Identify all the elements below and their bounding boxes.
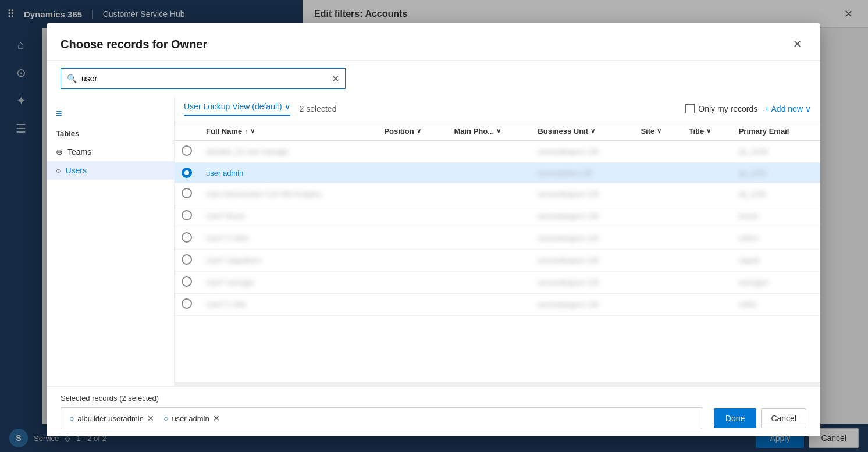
table-row[interactable]: User Administrator C1A 365 Analyticsserv… [175, 183, 820, 205]
right-panel: User Lookup View (default) ∨ 2 selected … [175, 96, 820, 386]
row-bu-cell: servicedeapom 135 [531, 272, 634, 294]
row-radio-button[interactable] [182, 188, 192, 198]
sidebar-item-users[interactable]: ○ Users [47, 161, 174, 180]
row-bu-cell: servicedeapom 135 [531, 205, 634, 227]
table-row[interactable]: UserT Burnsservicedeapom 135burnst [175, 205, 820, 227]
selected-chips-row: ○ aibuilder useradmin ✕ ○ user admin ✕ D… [61, 407, 806, 429]
row-radio-button[interactable] [182, 232, 192, 243]
modal-close-button[interactable]: ✕ [788, 35, 806, 54]
th-select [175, 122, 199, 141]
view-chevron-icon: ∨ [284, 102, 290, 111]
row-phone-cell [447, 227, 531, 250]
title-chevron-icon: ∨ [706, 127, 711, 135]
cancel-button[interactable]: Cancel [761, 408, 806, 428]
search-bar: 🔍 ✕ [47, 61, 820, 96]
row-select-cell[interactable] [175, 163, 199, 183]
view-label: User Lookup View (default) [184, 102, 282, 111]
left-panel-menu-icon[interactable]: ≡ [47, 103, 174, 124]
row-title-cell [682, 205, 732, 227]
row-title-cell [682, 183, 732, 205]
horizontal-scrollbar[interactable] [175, 382, 820, 386]
row-select-cell[interactable] [175, 227, 199, 250]
add-new-button[interactable]: + Add new ∨ [764, 104, 811, 113]
th-business-unit[interactable]: Business Unit ∨ [531, 122, 634, 141]
row-bu-cell: servicedeapom 135 [531, 250, 634, 272]
choose-records-modal: Choose records for Owner ✕ 🔍 ✕ ≡ Tables … [47, 23, 820, 436]
row-phone-cell [447, 250, 531, 272]
row-radio-button[interactable] [182, 276, 192, 287]
chip-useradmin: ○ user admin ✕ [161, 412, 222, 424]
row-position-cell [377, 227, 447, 250]
row-radio-button[interactable] [182, 168, 192, 178]
row-email-cell: ab_1234t [732, 141, 820, 163]
row-select-cell[interactable] [175, 272, 199, 294]
row-site-cell [634, 205, 681, 227]
row-position-cell [377, 294, 447, 316]
row-phone-cell [447, 141, 531, 163]
row-select-cell[interactable] [175, 183, 199, 205]
row-bu-cell: servicedeapom 135 [531, 294, 634, 316]
row-name-cell[interactable]: UserT manager [199, 272, 377, 294]
row-radio-button[interactable] [182, 298, 192, 309]
row-email-cell: c40trt [732, 294, 820, 316]
row-position-cell [377, 163, 447, 183]
row-phone-cell [447, 205, 531, 227]
done-button[interactable]: Done [714, 408, 756, 428]
row-position-cell [377, 205, 447, 227]
th-title[interactable]: Title ∨ [682, 122, 732, 141]
row-select-cell[interactable] [175, 141, 199, 163]
search-input[interactable] [81, 74, 327, 83]
chip-aibuilder-remove[interactable]: ✕ [147, 414, 154, 423]
row-name-cell[interactable]: User Administrator C1A 365 Analytics [199, 183, 377, 205]
row-name-cell[interactable]: user admin [199, 163, 377, 183]
row-radio-button[interactable] [182, 254, 192, 265]
th-fullname[interactable]: Full Name ↑ ∨ [199, 122, 377, 141]
row-position-cell [377, 250, 447, 272]
only-my-records-checkbox[interactable] [685, 104, 695, 113]
row-bu-cell: servicedeapom 135 [531, 141, 634, 163]
row-name-cell[interactable]: aibuilder_01 user manager [199, 141, 377, 163]
selected-input-area: ○ aibuilder useradmin ✕ ○ user admin ✕ [61, 407, 702, 429]
modal-body: ≡ Tables ⊛ Teams ○ Users User Lookup Vie… [47, 96, 820, 386]
chip-aibuilder: ○ aibuilder useradmin ✕ [67, 412, 156, 424]
row-position-cell [377, 141, 447, 163]
row-name-cell[interactable]: UserT C-40tr [199, 294, 377, 316]
table-row[interactable]: UserT C-40trservicedeapom 135c40trt [175, 294, 820, 316]
row-site-cell [634, 272, 681, 294]
teams-icon: ⊛ [56, 147, 63, 156]
modal-title: Choose records for Owner [61, 38, 207, 51]
table-row[interactable]: aibuilder_01 user managerservicedeapom 1… [175, 141, 820, 163]
modal-header: Choose records for Owner ✕ [47, 23, 820, 61]
search-clear-button[interactable]: ✕ [332, 73, 339, 84]
row-select-cell[interactable] [175, 205, 199, 227]
row-site-cell [634, 294, 681, 316]
only-my-records-option[interactable]: Only my records [685, 104, 757, 113]
row-email-cell: burnst [732, 205, 820, 227]
row-name-link[interactable]: user admin [206, 169, 243, 177]
selected-records-label: Selected records (2 selected) [61, 394, 806, 403]
sidebar-item-teams[interactable]: ⊛ Teams [47, 143, 174, 161]
row-title-cell [682, 141, 732, 163]
selected-badge: 2 selected [300, 104, 337, 113]
row-name-cell[interactable]: UserT Burns [199, 205, 377, 227]
fullname-sort-icon: ↑ [244, 128, 248, 135]
table-row[interactable]: user adminserviceadmin 135ab_1235 [175, 163, 820, 183]
table-row[interactable]: UserT managerservicedeapom 135managert [175, 272, 820, 294]
th-position[interactable]: Position ∨ [377, 122, 447, 141]
row-name-cell[interactable]: UserT C-40Hr [199, 227, 377, 250]
view-selector[interactable]: User Lookup View (default) ∨ [184, 102, 290, 116]
table-row[interactable]: UserT claipatformservicedeapom 135clapot… [175, 250, 820, 272]
table-row[interactable]: UserT C-40Hrservicedeapom 135c40hrt [175, 227, 820, 250]
th-phone[interactable]: Main Pho... ∨ [447, 122, 531, 141]
row-select-cell[interactable] [175, 294, 199, 316]
row-radio-button[interactable] [182, 145, 192, 156]
row-name-cell[interactable]: UserT claipatform [199, 250, 377, 272]
chip-useradmin-label: user admin [172, 414, 209, 423]
th-site[interactable]: Site ∨ [634, 122, 681, 141]
footer-buttons: Done Cancel [714, 408, 806, 428]
row-select-cell[interactable] [175, 250, 199, 272]
row-phone-cell [447, 163, 531, 183]
row-position-cell [377, 183, 447, 205]
chip-useradmin-remove[interactable]: ✕ [213, 414, 220, 423]
row-radio-button[interactable] [182, 210, 192, 220]
